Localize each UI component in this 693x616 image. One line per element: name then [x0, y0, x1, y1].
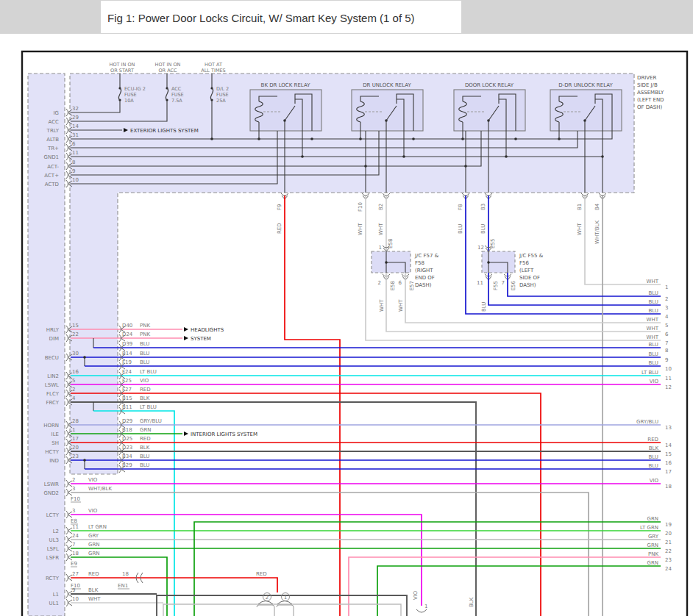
pin-number: 17 — [665, 469, 672, 475]
wire-color-label: VIO — [88, 508, 98, 514]
wire-color-label: BLK — [140, 395, 150, 401]
jb-note-line: (LEFT END — [637, 97, 664, 103]
wire-color-label: VIO — [413, 590, 419, 600]
wire-color-label: BLU — [140, 341, 149, 347]
power-label: OR ACC — [158, 68, 177, 74]
pin-number: 2 — [665, 296, 668, 302]
pin-number: 3 — [665, 305, 668, 311]
pin-number: 5 — [72, 378, 75, 384]
wire-color-label: WHT — [647, 334, 659, 340]
wire-color-label: RED — [277, 223, 282, 234]
wire-color-label: BLU — [649, 351, 658, 357]
connector-id: E55 — [490, 239, 496, 248]
pin-number: 19 — [665, 522, 672, 528]
pin-number: 4 — [665, 314, 669, 320]
wire-color-label: BLU — [649, 308, 658, 314]
relay-label: DR UNLOCK RELAY — [363, 82, 411, 88]
ecu-pin-label: GND2 — [43, 490, 59, 496]
ecu-pin-label: LSWR — [44, 481, 59, 487]
wire-color-label: BLU — [481, 302, 487, 312]
connector-id: D39 — [122, 341, 132, 347]
relay-label: DOOR LOCK RELAY — [465, 82, 514, 88]
jc-name-line: J/C F57 & — [414, 253, 439, 259]
pin-number: 2 — [72, 477, 75, 483]
pin-number: 7 — [502, 280, 505, 286]
wire-color-label: BLU — [480, 224, 486, 234]
pin-number: 6 — [665, 332, 669, 337]
connector-id: E57 — [409, 281, 415, 290]
pin-number: 23 — [665, 557, 672, 563]
wire-color-label: WHT/BLK — [594, 220, 600, 244]
connector-id: B4 — [594, 203, 600, 210]
wire-color-label: WHT — [358, 223, 363, 235]
wire-color-label: LT BLU — [140, 404, 157, 410]
connector-id: F55 — [493, 281, 499, 290]
system-ref-exterior-lights: EXTERIOR LIGHTS SYSTEM — [130, 128, 199, 134]
pin-number: 21 — [665, 540, 672, 545]
connector-id: F10 — [358, 202, 363, 212]
ecu-pin-label: LCTY — [46, 512, 60, 518]
pin-number: 27 — [72, 571, 79, 577]
pin-number: 4 — [72, 395, 76, 401]
pin-number: 1 — [665, 284, 668, 290]
connector-id: D23 — [122, 445, 132, 451]
connector-id: B29 — [122, 462, 132, 468]
wire-color-label: BLU — [140, 359, 149, 365]
connector-id: B11 — [122, 404, 132, 410]
pin-number: 1 — [424, 604, 427, 609]
ecu-pin-label: FLCY — [46, 391, 60, 397]
ecu-pin-label: FRCY — [46, 400, 59, 406]
pin-number: 17 — [72, 436, 79, 442]
wire-color-label: BLU — [649, 290, 658, 296]
pin-number: 18 — [665, 484, 672, 490]
connector-id: EN1 — [118, 583, 128, 589]
connector-id: B3 — [480, 204, 486, 210]
ecu-pin-label: LSFL — [47, 546, 59, 552]
pin-number: 1 — [284, 595, 287, 601]
relay-label: BK DR LOCK RELAY — [261, 82, 311, 88]
ecu-pin-label: ACT+ — [44, 173, 59, 179]
ecu-pin-label: TR+ — [47, 146, 59, 151]
connector-id: D25 — [122, 436, 132, 442]
ecu-pin-label: ALTB — [46, 137, 59, 143]
pin-number: 5 — [665, 323, 668, 329]
ecu-pin-label: L2 — [53, 529, 59, 534]
connector-id: B18 — [122, 427, 132, 433]
pin-number: 8 — [72, 160, 75, 165]
pin-number: 14 — [72, 123, 79, 129]
wire-color-label: WHT — [647, 279, 659, 284]
pin-number: 2 — [378, 280, 381, 286]
wire-color-label: BLK — [140, 445, 150, 451]
jb-note-line: SIDE J/B — [637, 82, 658, 88]
power-label: HOT AT — [205, 62, 222, 68]
ecu-pin-label: BECU — [45, 355, 59, 361]
wire-color-label: BLU — [649, 360, 658, 366]
pin-number: 10 — [72, 596, 79, 602]
connector-id: E8 — [71, 518, 77, 524]
connector-id: B2 — [378, 204, 384, 210]
ecu-pin-label: LSWL — [45, 382, 59, 388]
connector-id: D29 — [122, 418, 132, 424]
pin-number: 8 — [665, 348, 668, 354]
pin-number: 7 — [72, 542, 75, 548]
fuse-amps: 7.5A — [171, 98, 182, 104]
jc-name-line: (LEFT — [519, 268, 534, 273]
pin-number: 2 — [72, 387, 75, 393]
wire-color-label: BLU — [649, 299, 658, 305]
jc-name-line: F56 — [519, 260, 529, 266]
wire-color-label: GRN — [647, 560, 658, 566]
pin-number: 3 — [72, 508, 75, 514]
wire-color-label: RED — [256, 571, 267, 577]
jc-name-line: J/C F55 & — [519, 253, 544, 259]
wire-color-label: PNK — [140, 323, 150, 329]
wire-color-label: BLK — [88, 587, 99, 593]
connector-id: F10 — [71, 496, 80, 502]
ecu-pin-label: TRLY — [46, 128, 60, 134]
pin-number: 10 — [665, 366, 672, 372]
relay-box-bk-dr-lock — [250, 90, 321, 131]
pin-number: 3 — [72, 486, 75, 492]
ecu-pin-label: LSFR — [46, 555, 59, 561]
wire-color-label: BLU — [649, 342, 658, 348]
wire-color-label: GRN — [647, 516, 658, 522]
wire-color-label: BLK — [649, 445, 659, 451]
